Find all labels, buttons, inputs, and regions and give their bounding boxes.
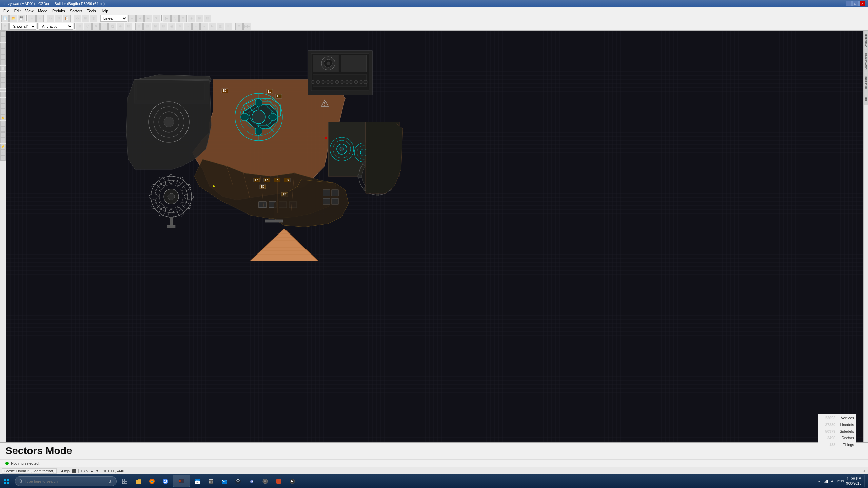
tool-zoom-out[interactable]: −: [0, 98, 6, 103]
mode-btn3[interactable]: ✕: [92, 23, 100, 30]
tool-tag[interactable]: 🏷: [0, 138, 6, 143]
mode-btn14[interactable]: ✦: [184, 23, 192, 30]
taskbar-gzdoom[interactable]: [173, 475, 190, 487]
mode-btn4[interactable]: ⬜: [100, 23, 108, 30]
taskbar-chrome[interactable]: [159, 475, 172, 487]
tool-check[interactable]: ✓: [0, 149, 6, 155]
action-dropdown[interactable]: Any action: [39, 23, 73, 30]
taskbar-file-explorer[interactable]: [132, 475, 144, 487]
start-button[interactable]: [0, 474, 14, 488]
menu-file[interactable]: File: [1, 8, 12, 14]
test-map-button[interactable]: ▶: [163, 15, 171, 22]
tb-icon6[interactable]: ▶: [144, 15, 152, 22]
tool-zoom-in[interactable]: +: [0, 92, 6, 97]
tool-lines[interactable]: ╱: [0, 43, 6, 48]
mode-btn10[interactable]: ⊠: [152, 23, 159, 30]
taskbar-steam[interactable]: [232, 475, 244, 487]
network-icon[interactable]: [823, 479, 829, 484]
taskbar-calculator[interactable]: [205, 475, 217, 487]
tool-pan[interactable]: ✋: [0, 115, 6, 120]
menu-help[interactable]: Help: [99, 8, 111, 14]
mode-btn19[interactable]: ⊪: [225, 23, 232, 30]
mode-btn17[interactable]: ⊳: [209, 23, 216, 30]
cut-button[interactable]: ✂: [47, 15, 54, 22]
menu-edit[interactable]: Edit: [12, 8, 23, 14]
show-all-dropdown[interactable]: (show all): [9, 23, 36, 30]
task-view-button[interactable]: [119, 475, 131, 487]
taskbar-firefox[interactable]: [146, 475, 158, 487]
zoom-in-btn[interactable]: ▲: [90, 469, 94, 473]
tool-script[interactable]: ⚡: [0, 144, 6, 149]
tool-curve[interactable]: ⌒: [0, 83, 6, 88]
mode-btn7[interactable]: ⊞: [125, 23, 132, 30]
clock-display[interactable]: 10:36 PM 9/30/2018: [846, 476, 862, 486]
paste-button[interactable]: 📋: [63, 15, 71, 22]
tag-explorer-tab[interactable]: Tag Explorer: [864, 73, 868, 94]
mode-btn16[interactable]: ⊸: [200, 23, 208, 30]
mode-btn1[interactable]: ⊞: [76, 23, 83, 30]
resize-grip[interactable]: ⊿: [862, 469, 866, 473]
redo-button[interactable]: ↪: [36, 15, 44, 22]
linear-dropdown[interactable]: Linear: [100, 15, 127, 22]
search-bar[interactable]: [15, 476, 117, 486]
tool-align[interactable]: ⊟: [0, 126, 6, 132]
mode-btn2[interactable]: ⬡: [84, 23, 92, 30]
tool-cursor[interactable]: ▶: [0, 31, 6, 37]
tool-stairs[interactable]: ⊞: [0, 77, 6, 83]
menu-tools[interactable]: Tools: [85, 8, 98, 14]
tb-icon1[interactable]: ⚙: [74, 15, 81, 22]
map-canvas-area[interactable]: E5 E5 E5: [6, 30, 863, 442]
menu-mode[interactable]: Mode: [36, 8, 50, 14]
tool-zoom-fit[interactable]: ⊡: [0, 103, 6, 109]
tool-3d[interactable]: ◈: [0, 72, 6, 77]
mode-btn9[interactable]: ⊟: [143, 23, 151, 30]
tool-vertices[interactable]: •: [0, 37, 6, 42]
taskbar-mail[interactable]: [218, 475, 231, 487]
menu-sectors[interactable]: Sectors: [68, 8, 84, 14]
tb-icon11[interactable]: ⊞: [196, 15, 203, 22]
save-button[interactable]: 💾: [18, 15, 25, 22]
new-button[interactable]: 📄: [1, 15, 9, 22]
tb-icon2[interactable]: ⊞: [82, 15, 89, 22]
tb-icon5[interactable]: ◀: [136, 15, 144, 22]
undo-button[interactable]: ↩: [28, 15, 36, 22]
tb-icon7[interactable]: ▼: [153, 15, 160, 22]
tb-icon4[interactable]: ▲: [128, 15, 136, 22]
tool-sectors[interactable]: ⬡: [0, 48, 6, 54]
show-desktop-button[interactable]: [864, 475, 865, 487]
taskbar-misc[interactable]: [259, 475, 271, 487]
mode-btn21[interactable]: ▶▶: [243, 23, 251, 30]
tb-icon3[interactable]: 🗑: [90, 15, 97, 22]
open-button[interactable]: 📂: [9, 15, 17, 22]
zoom-out-btn[interactable]: ▼: [96, 469, 99, 473]
tool-make-sector[interactable]: ⬜: [0, 66, 6, 71]
tool-draw[interactable]: ✏: [0, 60, 6, 65]
audio-icon[interactable]: [830, 479, 835, 484]
show-all-btn[interactable]: ▼: [1, 23, 9, 30]
tool-extra[interactable]: ⊕: [0, 155, 6, 161]
taskbar-calendar[interactable]: SEP 30: [191, 475, 203, 487]
tray-icon-1[interactable]: ▲: [816, 479, 822, 484]
mode-btn5[interactable]: 🖼: [108, 23, 116, 30]
undo-redo-tab[interactable]: Undo/Redo: [864, 30, 868, 50]
mode-btn12[interactable]: ◉: [168, 23, 175, 30]
tool-flip[interactable]: ⇄: [0, 132, 6, 138]
mode-btn8[interactable]: ⊞: [135, 23, 143, 30]
menu-prefabs[interactable]: Prefabs: [50, 8, 67, 14]
mode-btn18[interactable]: ◫: [217, 23, 224, 30]
tb-icon12[interactable]: ⊟: [204, 15, 211, 22]
mode-btn20[interactable]: ⊕: [235, 23, 243, 30]
taskbar-extra2[interactable]: [286, 475, 298, 487]
tb-icon9[interactable]: ⊕: [179, 15, 187, 22]
tool-magnet[interactable]: ⊕: [0, 121, 6, 126]
search-input[interactable]: [25, 479, 106, 483]
tb-icon10[interactable]: ◈: [188, 15, 195, 22]
mode-btn15[interactable]: ⊹: [192, 23, 200, 30]
menu-view[interactable]: View: [23, 8, 36, 14]
maximize-button[interactable]: □: [852, 1, 859, 6]
mode-btn6[interactable]: ⊕: [117, 23, 124, 30]
tool-move[interactable]: ✥: [0, 109, 6, 115]
mode-btn13[interactable]: ⊕: [176, 23, 183, 30]
tb-icon8[interactable]: ⬡: [171, 15, 179, 22]
lang-indicator[interactable]: ENG: [837, 480, 845, 483]
